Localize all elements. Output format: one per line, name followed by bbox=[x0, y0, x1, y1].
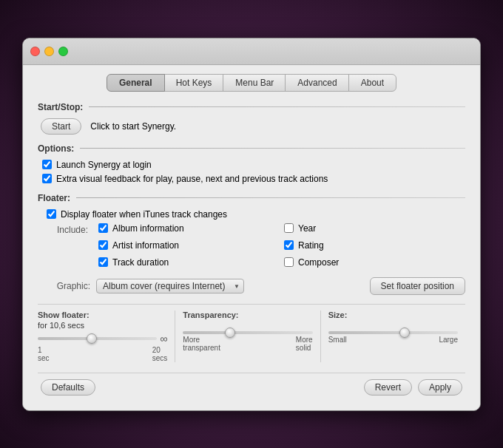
show-floater-min: 1sec bbox=[38, 346, 50, 362]
transparency-min: Moretransparent bbox=[183, 336, 220, 352]
graphic-select-wrapper: Album cover (requires Internet) No graph… bbox=[96, 279, 244, 293]
show-floater-slider[interactable] bbox=[38, 337, 157, 340]
floater-options: Display floater when iTunes track change… bbox=[38, 209, 465, 295]
year-row: Year bbox=[280, 223, 465, 234]
traffic-lights bbox=[30, 47, 68, 56]
show-floater-max: 20secs bbox=[152, 346, 168, 362]
display-floater-label: Display floater when iTunes track change… bbox=[61, 209, 227, 220]
start-row: Start Click to start Synergy. bbox=[38, 118, 465, 135]
show-floater-title: Show floater: bbox=[38, 310, 167, 319]
launch-login-label: Launch Synergy at login bbox=[56, 160, 152, 170]
options-divider bbox=[80, 148, 465, 149]
rating-label: Rating bbox=[298, 240, 324, 251]
revert-button[interactable]: Revert bbox=[364, 379, 412, 396]
size-slider-row bbox=[328, 331, 458, 334]
defaults-button[interactable]: Defaults bbox=[41, 379, 95, 396]
transparency-slider-row bbox=[183, 331, 312, 334]
visual-feedback-row: Extra visual feedback for play, pause, n… bbox=[38, 174, 465, 184]
titlebar bbox=[23, 38, 480, 65]
composer-label: Composer bbox=[298, 257, 339, 268]
transparency-group: Transparency: Moretransparent Moresolid bbox=[175, 310, 320, 362]
track-duration-row: Track duration bbox=[94, 257, 280, 268]
show-floater-group: Show floater: for 10,6 secs ∞ 1sec 20sec… bbox=[38, 310, 175, 362]
floater-label: Floater: bbox=[38, 193, 70, 203]
rating-row: Rating bbox=[280, 240, 465, 251]
options-header: Options: bbox=[38, 143, 465, 154]
include-label: Include: bbox=[50, 223, 94, 271]
startstop-section: Start/Stop: Start Click to start Synergy… bbox=[38, 102, 465, 135]
composer-checkbox[interactable] bbox=[284, 257, 294, 267]
tab-bar: General Hot Keys Menu Bar Advanced About bbox=[38, 74, 465, 92]
content-area: General Hot Keys Menu Bar Advanced About… bbox=[23, 65, 480, 410]
transparency-max: Moresolid bbox=[296, 336, 313, 352]
floater-section: Floater: Display floater when iTunes tra… bbox=[38, 193, 465, 295]
display-floater-checkbox[interactable] bbox=[47, 209, 56, 219]
include-grid: Include: Album information Artist inform… bbox=[42, 223, 465, 271]
start-hint: Click to start Synergy. bbox=[90, 121, 176, 132]
launch-login-checkbox[interactable] bbox=[42, 160, 52, 169]
composer-row: Composer bbox=[280, 257, 465, 268]
artist-info-label: Artist information bbox=[112, 240, 179, 251]
rating-checkbox[interactable] bbox=[284, 240, 294, 250]
startstop-label: Start/Stop: bbox=[38, 102, 83, 112]
sliders-section: Show floater: for 10,6 secs ∞ 1sec 20sec… bbox=[38, 304, 465, 362]
album-info-row: Album information bbox=[94, 223, 280, 234]
track-duration-checkbox[interactable] bbox=[98, 257, 108, 267]
graphic-row: Graphic: Album cover (requires Internet)… bbox=[42, 277, 465, 295]
startstop-divider bbox=[89, 106, 465, 107]
year-label: Year bbox=[298, 223, 316, 234]
visual-feedback-checkbox[interactable] bbox=[42, 174, 52, 183]
bottom-bar: Defaults Revert Apply bbox=[38, 373, 465, 398]
size-slider[interactable] bbox=[328, 331, 458, 334]
transparency-labels: Moretransparent Moresolid bbox=[183, 336, 312, 352]
right-buttons: Revert Apply bbox=[364, 379, 462, 396]
preferences-window: General Hot Keys Menu Bar Advanced About… bbox=[22, 38, 481, 411]
graphic-select[interactable]: Album cover (requires Internet) No graph… bbox=[96, 279, 244, 293]
album-info-label: Album information bbox=[112, 223, 184, 234]
album-info-checkbox[interactable] bbox=[98, 223, 108, 233]
show-floater-value: for 10,6 secs bbox=[38, 321, 167, 330]
visual-feedback-label: Extra visual feedback for play, pause, n… bbox=[56, 174, 328, 184]
artist-info-checkbox[interactable] bbox=[98, 240, 108, 250]
floater-header: Floater: bbox=[38, 193, 465, 203]
maximize-button[interactable] bbox=[58, 47, 68, 56]
size-group: Size: Small Large bbox=[321, 310, 465, 362]
artist-info-row: Artist information bbox=[94, 240, 280, 251]
apply-button[interactable]: Apply bbox=[418, 379, 462, 396]
include-col-right: Year Rating Composer bbox=[280, 223, 465, 271]
include-col-left: Album information Artist information Tra… bbox=[94, 223, 280, 271]
show-floater-labels: 1sec 20secs bbox=[38, 346, 167, 362]
transparency-title: Transparency: bbox=[183, 310, 312, 319]
tab-general[interactable]: General bbox=[107, 74, 165, 92]
tab-menubar[interactable]: Menu Bar bbox=[223, 74, 286, 92]
size-min: Small bbox=[328, 336, 347, 344]
transparency-slider[interactable] bbox=[183, 331, 312, 334]
display-floater-row: Display floater when iTunes track change… bbox=[42, 209, 465, 220]
graphic-label: Graphic: bbox=[50, 281, 90, 291]
set-floater-position-button[interactable]: Set floater position bbox=[370, 277, 465, 295]
options-section: Options: Launch Synergy at login Extra v… bbox=[38, 143, 465, 184]
tab-hotkeys[interactable]: Hot Keys bbox=[163, 74, 225, 92]
floater-divider bbox=[76, 197, 465, 198]
tab-about[interactable]: About bbox=[348, 74, 396, 92]
start-button[interactable]: Start bbox=[41, 118, 81, 135]
options-label: Options: bbox=[38, 143, 74, 154]
size-max: Large bbox=[439, 336, 458, 344]
size-title: Size: bbox=[328, 310, 458, 319]
close-button[interactable] bbox=[30, 47, 40, 56]
infinity-symbol: ∞ bbox=[160, 333, 167, 345]
track-duration-label: Track duration bbox=[112, 257, 169, 268]
tab-advanced[interactable]: Advanced bbox=[285, 74, 349, 92]
startstop-header: Start/Stop: bbox=[38, 102, 465, 112]
minimize-button[interactable] bbox=[44, 47, 54, 56]
show-floater-slider-row: ∞ bbox=[38, 333, 167, 345]
launch-login-row: Launch Synergy at login bbox=[38, 160, 465, 170]
year-checkbox[interactable] bbox=[284, 223, 294, 233]
